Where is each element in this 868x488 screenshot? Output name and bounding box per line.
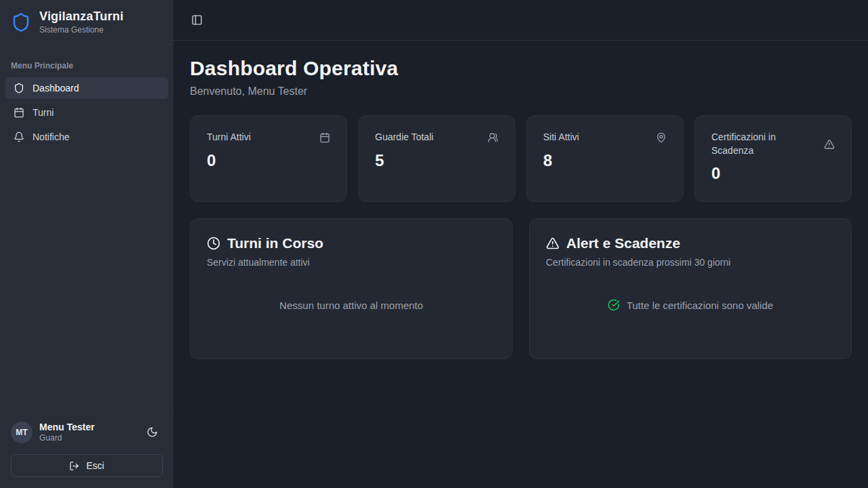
moon-icon [146,426,158,438]
panels-grid: Turni in Corso Servizi attualmente attiv… [190,218,852,359]
logout-button[interactable]: Esci [11,454,163,477]
stat-label: Certificazioni in Scadenza [711,131,816,157]
sidebar-item-label: Turni [33,107,54,118]
stat-label: Siti Attivi [543,131,579,144]
user-name: Menu Tester [39,422,134,434]
panel-title: Alert e Scadenze [566,235,680,251]
empty-state-text: Tutte le certificazioni sono valide [627,300,773,311]
alert-triangle-icon [824,139,835,150]
map-pin-icon [656,132,667,143]
stat-value: 8 [543,151,667,170]
clock-icon [207,237,220,250]
shield-icon [14,83,24,94]
logout-label: Esci [86,460,104,471]
stat-value: 5 [375,151,498,170]
sidebar-toggle-button[interactable] [187,11,206,30]
sidebar-footer: MT Menu Tester Guard E [0,411,174,488]
empty-state-text: Nessun turno attivo al momento [279,300,423,311]
bell-icon [14,131,24,142]
logout-icon [69,461,79,471]
sidebar-item-dashboard[interactable]: Dashboard [5,77,168,99]
check-circle-icon [608,299,620,311]
page-title: Dashboard Operativa [190,57,852,80]
app-name: VigilanzaTurni [39,9,123,24]
panel-turni-in-corso: Turni in Corso Servizi attualmente attiv… [190,218,513,359]
stat-value: 0 [711,164,835,183]
user-role: Guard [39,433,134,443]
alert-triangle-icon [546,237,559,250]
sidebar-item-notifiche[interactable]: Notifiche [5,126,168,148]
sidebar: VigilanzaTurni Sistema Gestione Menu Pri… [0,0,174,488]
stats-grid: Turni Attivi 0 Guardie Totali [190,115,852,202]
panel-alert-scadenze: Alert e Scadenze Certificazioni in scade… [529,218,852,359]
welcome-text: Benvenuto, Menu Tester [190,85,852,98]
main-area: Dashboard Operativa Benvenuto, Menu Test… [174,0,868,488]
avatar: MT [11,422,33,443]
panel-left-icon [191,14,203,26]
users-icon [488,132,498,143]
stat-value: 0 [207,151,330,170]
calendar-icon [319,132,330,143]
sidebar-item-label: Notifiche [33,131,69,142]
panel-subtitle: Certificazioni in scadenza prossimi 30 g… [546,257,835,268]
app-logo: VigilanzaTurni Sistema Gestione [0,0,174,45]
sidebar-item-label: Dashboard [33,83,79,94]
stat-label: Turni Attivi [207,131,251,144]
calendar-icon [14,107,24,118]
panel-subtitle: Servizi attualmente attivi [207,257,496,268]
dashboard-content: Dashboard Operativa Benvenuto, Menu Test… [174,41,868,488]
sidebar-nav: Menu Principale Dashboard Turni [0,45,174,411]
stat-card-turni-attivi: Turni Attivi 0 [190,115,347,202]
stat-card-guardie-totali: Guardie Totali 5 [358,115,515,202]
shield-logo-icon [11,12,31,33]
app-subtitle: Sistema Gestione [39,25,123,35]
sidebar-item-turni[interactable]: Turni [5,102,168,123]
stat-card-siti-attivi: Siti Attivi 0 8 [526,115,684,202]
theme-toggle-button[interactable] [141,422,163,443]
topbar [174,0,868,41]
stat-card-certificazioni: Certificazioni in Scadenza 0 [694,115,852,202]
nav-section-label: Menu Principale [11,61,163,70]
stat-label: Guardie Totali [375,131,433,144]
panel-title: Turni in Corso [227,235,323,251]
